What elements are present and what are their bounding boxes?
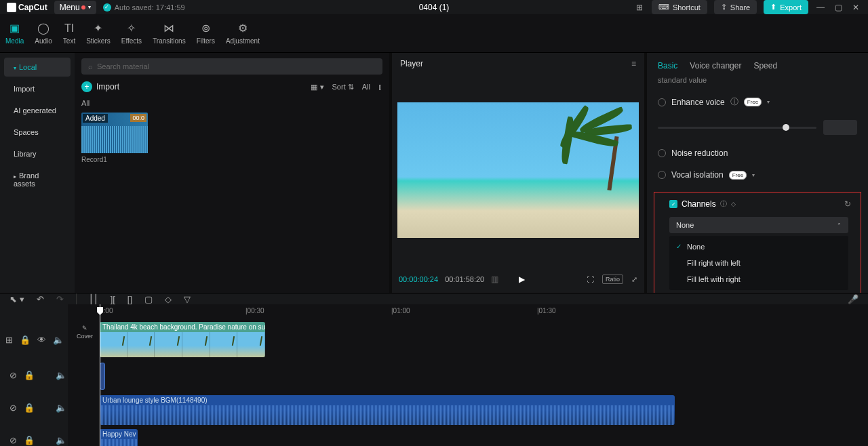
- redo-icon[interactable]: ↷: [56, 294, 64, 304]
- audio-track-1[interactable]: [68, 360, 868, 392]
- tracks-area[interactable]: 0:00 |00:30 |01:00 |01:30 ✎ Cover Thaila…: [68, 304, 868, 446]
- video-preview[interactable]: [392, 75, 644, 266]
- tab-voice-changer[interactable]: Voice changer: [690, 61, 741, 70]
- tab-transitions[interactable]: ⋈Transitions: [147, 14, 191, 52]
- marker-icon[interactable]: ◇: [165, 294, 172, 304]
- audio-track-2[interactable]: Urban lounge style BGM(1148490): [68, 394, 868, 426]
- mute-icon[interactable]: 🔈: [56, 435, 66, 445]
- mute-icon[interactable]: 🔈: [53, 335, 64, 345]
- tab-effects[interactable]: ✧Effects: [116, 14, 147, 52]
- mic-icon[interactable]: 🎤: [848, 294, 859, 304]
- app-logo: CapCut: [7, 3, 47, 12]
- undo-icon[interactable]: ↶: [37, 294, 44, 304]
- channels-select[interactable]: None ⌃: [669, 217, 848, 233]
- mute-icon[interactable]: 🔈: [56, 370, 66, 380]
- import-button[interactable]: + Import: [81, 81, 119, 92]
- maximize-icon[interactable]: ▢: [833, 3, 844, 12]
- lock-icon[interactable]: 🔒: [24, 403, 35, 413]
- slider-thumb[interactable]: [783, 124, 789, 131]
- ruler-mark: |01:00: [391, 307, 410, 315]
- share-button[interactable]: ⇪ Share: [714, 0, 757, 14]
- video-clip[interactable]: Thailand 4k beach background. Paradise n…: [100, 322, 265, 357]
- sort-button[interactable]: Sort ⇅: [332, 83, 354, 92]
- export-button[interactable]: ⬆ Export: [764, 0, 808, 14]
- mute-icon[interactable]: 🔈: [56, 403, 66, 413]
- enhance-voice-option[interactable]: Enhance voice ⓘ Free ▾: [658, 96, 857, 108]
- happy-clip[interactable]: Happy Nev: [100, 429, 138, 446]
- standard-value-label: standard value: [658, 76, 857, 84]
- track-settings-icon[interactable]: ⊘: [9, 403, 17, 413]
- tab-text[interactable]: TIText: [58, 14, 81, 52]
- cursor-tool-icon[interactable]: ⬉ ▾: [9, 294, 24, 304]
- tab-audio[interactable]: ◯Audio: [29, 14, 58, 52]
- tab-filters[interactable]: ⊚Filters: [191, 14, 220, 52]
- shortcut-button[interactable]: ⌨ Shortcut: [652, 0, 707, 14]
- checkbox-on-icon[interactable]: ✓: [669, 200, 677, 208]
- track-settings-icon[interactable]: ⊘: [9, 370, 17, 380]
- close-icon[interactable]: ✕: [850, 3, 861, 12]
- slider-value[interactable]: [823, 120, 857, 135]
- track-settings-icon[interactable]: ⊞: [5, 335, 13, 345]
- menu-button[interactable]: Menu: [54, 1, 96, 14]
- delete-icon[interactable]: ▢: [144, 294, 153, 304]
- vocal-isolation-option[interactable]: Vocal isolation Free ▾: [658, 170, 857, 180]
- lock-icon[interactable]: 🔒: [24, 370, 35, 380]
- split-right-icon[interactable]: [​]: [127, 294, 132, 304]
- sidebar-item-spaces[interactable]: Spaces: [4, 123, 71, 142]
- minimize-icon[interactable]: —: [815, 3, 826, 12]
- sidebar-item-library[interactable]: Library: [4, 144, 71, 163]
- playhead[interactable]: [100, 304, 100, 446]
- ratio-button[interactable]: Ratio: [602, 275, 623, 284]
- reset-icon[interactable]: ↻: [844, 199, 851, 209]
- tab-media[interactable]: ▣Media: [0, 14, 29, 52]
- search-input[interactable]: ⌕ Search material: [81, 58, 382, 75]
- channels-option-fill-left[interactable]: Fill left with right: [669, 271, 848, 287]
- info-icon[interactable]: ⓘ: [730, 96, 738, 108]
- crop-icon[interactable]: ⛶: [587, 275, 594, 283]
- tab-basic[interactable]: Basic: [658, 61, 677, 70]
- track-settings-icon[interactable]: ⊘: [9, 435, 17, 445]
- filter-icon[interactable]: ⫿: [378, 83, 382, 91]
- split-icon[interactable]: ⎮⎮: [89, 294, 98, 304]
- channels-option-none[interactable]: None: [669, 239, 848, 255]
- tab-speed[interactable]: Speed: [753, 61, 777, 70]
- channels-option-fill-right[interactable]: Fill right with left: [669, 255, 848, 271]
- sidebar-item-local[interactable]: ▾Local: [4, 58, 71, 77]
- tab-stickers[interactable]: ✦Stickers: [81, 14, 116, 52]
- grid-view-icon[interactable]: ▦ ▾: [311, 83, 323, 92]
- compare-icon[interactable]: ▥: [491, 275, 498, 284]
- music-clip[interactable]: Urban lounge style BGM(1148490): [100, 395, 675, 425]
- player-menu-icon[interactable]: ≡: [631, 59, 636, 68]
- chevron-down-icon[interactable]: ▾: [752, 172, 755, 178]
- sidebar-item-brand[interactable]: ▸Brand assets: [4, 166, 71, 193]
- track-controls: ⊞ 🔒 👁 🔈 ⊘ 🔒 🔈 ⊘ 🔒 🔈 ⊘ 🔒 🔈: [0, 304, 68, 446]
- small-audio-clip[interactable]: [100, 363, 105, 390]
- tab-adjustment[interactable]: ⚙Adjustment: [220, 14, 265, 52]
- noise-reduction-option[interactable]: Noise reduction: [658, 148, 857, 158]
- split-left-icon[interactable]: ]​[: [111, 294, 115, 304]
- radio-icon: [658, 98, 666, 106]
- time-ruler[interactable]: 0:00 |00:30 |01:00 |01:30: [68, 304, 868, 321]
- chevron-right-icon: ▸: [14, 174, 16, 180]
- chevron-down-icon[interactable]: ▾: [767, 99, 770, 105]
- free-badge: Free: [729, 171, 747, 180]
- layout-icon[interactable]: ⊞: [634, 3, 645, 12]
- menu-dot-icon: [81, 5, 85, 9]
- media-thumb-record1[interactable]: Added 00:0 Record1: [81, 113, 148, 163]
- diamond-icon[interactable]: ◇: [731, 201, 736, 207]
- flag-icon[interactable]: ▽: [184, 294, 191, 304]
- eye-icon[interactable]: 👁: [37, 335, 46, 345]
- info-icon[interactable]: ⓘ: [720, 199, 727, 209]
- lock-icon[interactable]: 🔒: [24, 435, 35, 445]
- sidebar-item-import[interactable]: Import: [4, 79, 71, 98]
- fullscreen-icon[interactable]: ⤢: [631, 275, 637, 284]
- video-track[interactable]: Thailand 4k beach background. Paradise n…: [68, 321, 868, 359]
- sidebar-item-ai[interactable]: AI generated: [4, 101, 71, 120]
- audio-track-3[interactable]: Happy Nev: [68, 428, 868, 446]
- enhance-slider[interactable]: [658, 120, 857, 135]
- play-button[interactable]: ▶: [519, 275, 525, 284]
- filter-all[interactable]: All: [362, 83, 370, 91]
- timeline: ⊞ 🔒 👁 🔈 ⊘ 🔒 🔈 ⊘ 🔒 🔈 ⊘ 🔒 🔈 0:00 |00: [0, 304, 868, 446]
- player-title: Player: [400, 59, 423, 68]
- lock-icon[interactable]: 🔒: [20, 335, 31, 345]
